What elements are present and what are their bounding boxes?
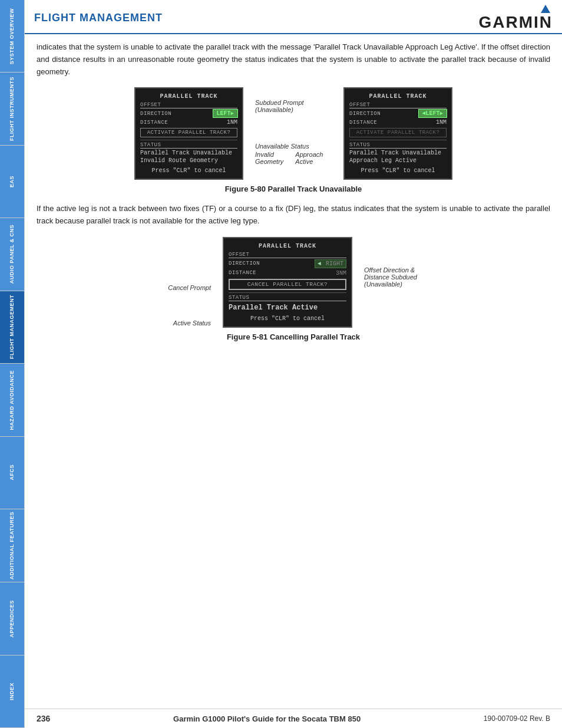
annotation-active-status: Active Status — [173, 319, 211, 327]
figure-80-row: PARALLEL TRACK OFFSET DIRECTION LEFT ► D… — [37, 87, 550, 180]
cancel-prompt-box: CANCEL PARALLEL TRACK? — [229, 279, 346, 290]
sidebar: SYSTEM OVERVIEW FLIGHT INSTRUMENTS EAS A… — [0, 0, 25, 728]
annotation-unavailable-status: Unavailable Status Invalid Geometry Appr… — [255, 143, 323, 165]
footer-document-title: Garmin G1000 Pilot's Guide for the Socat… — [173, 714, 361, 723]
sidebar-item-additional-features[interactable]: ADDITIONAL FEATURES — [0, 509, 24, 582]
status-81-line1: Parallel Track Active — [229, 304, 346, 312]
offset-label-left: OFFSET — [140, 102, 237, 108]
sidebar-item-appendices[interactable]: APPENDICES — [0, 582, 24, 655]
intro-paragraph: indicates that the system is unable to a… — [37, 41, 550, 78]
footer-page-number: 236 — [37, 714, 50, 723]
direction-81-row: DIRECTION ◄ RIGHT — [229, 259, 346, 268]
figure-81-right-annotations: Offset Direction & Distance Subdued (Una… — [364, 237, 435, 288]
direction-value-left: LEFT ► — [213, 110, 237, 117]
garmin-wordmark: GARMIN — [478, 14, 553, 31]
status-label-right: STATUS — [349, 142, 447, 149]
figure-80-caption: Figure 5-80 Parallel Track Unavailable — [37, 185, 550, 193]
distance-row-left: DISTANCE 1NM — [140, 119, 237, 126]
page-header: FLIGHT MANAGEMENT GARMIN — [25, 0, 562, 34]
direction-row-right: DIRECTION ◄ LEFT ► — [349, 110, 447, 117]
offset-81-label: OFFSET — [229, 252, 346, 258]
direction-arrow-left: ► — [231, 111, 234, 117]
footer-doc-number: 190-00709-02 Rev. B — [484, 714, 550, 723]
page-title: FLIGHT MANAGEMENT — [34, 12, 163, 24]
main-content: FLIGHT MANAGEMENT GARMIN indicates that … — [25, 0, 562, 728]
status-line1-right: Parallel Track Unavailable — [349, 150, 447, 156]
cancel-text-right: Press "CLR" to cancel — [349, 167, 447, 174]
figure-81-caption: Figure 5-81 Cancelling Parallel Track — [37, 332, 550, 341]
figure-80-left-screen: PARALLEL TRACK OFFSET DIRECTION LEFT ► D… — [134, 87, 243, 180]
garmin-triangle-icon — [541, 5, 550, 13]
divider-left — [140, 140, 237, 140]
activate-prompt-right: ACTIVATE PARALLEL TRACK? — [349, 128, 447, 137]
direction-value-right: ◄ LEFT ► — [419, 110, 447, 117]
divider-81 — [229, 292, 346, 293]
annotation-offset-direction: Offset Direction & Distance Subdued (Una… — [364, 266, 417, 288]
sidebar-item-eas[interactable]: EAS — [0, 146, 24, 218]
cancel-81-text: Press "CLR" to cancel — [229, 315, 346, 322]
status-line2-right: Approach Leg Active — [349, 157, 447, 164]
sidebar-item-system-overview[interactable]: SYSTEM OVERVIEW — [0, 0, 24, 73]
page-content: indicates that the system is unable to a… — [25, 34, 562, 709]
sidebar-item-audio-panel[interactable]: AUDIO PANEL & CNS — [0, 218, 24, 291]
annotation-subdued-prompt: Subdued Prompt (Unavailable) — [255, 99, 304, 113]
annotation-cancel-prompt: Cancel Prompt — [168, 284, 211, 291]
status-label-left: STATUS — [140, 142, 237, 149]
status-81-label: STATUS — [229, 295, 346, 301]
body-paragraph: If the active leg is not a track between… — [37, 203, 550, 228]
figure-81-container: Cancel Prompt Active Status PARALLEL TRA… — [37, 237, 550, 328]
sidebar-item-hazard-avoidance[interactable]: HAZARD AVOIDANCE — [0, 364, 24, 436]
annotation-invalid-geometry: Invalid Geometry — [255, 151, 283, 165]
divider-right — [349, 140, 447, 140]
figure-80-right-screen: PARALLEL TRACK OFFSET DIRECTION ◄ LEFT ►… — [343, 87, 452, 180]
distance-81-row: DISTANCE 3NM — [229, 270, 346, 276]
cancel-text-left: Press "CLR" to cancel — [140, 167, 237, 174]
status-line1-left: Parallel Track Unavailable — [140, 150, 237, 156]
figure-81-left-annotations: Cancel Prompt Active Status — [152, 237, 211, 327]
sidebar-item-index[interactable]: INDEX — [0, 655, 24, 728]
sidebar-item-flight-instruments[interactable]: FLIGHT INSTRUMENTS — [0, 73, 24, 145]
screen-81-title: PARALLEL TRACK — [229, 243, 346, 249]
direction-row-left: DIRECTION LEFT ► — [140, 110, 237, 117]
garmin-logo: GARMIN — [478, 5, 553, 31]
distance-row-right: DISTANCE 1NM — [349, 119, 447, 126]
figure-81-screen: PARALLEL TRACK OFFSET DIRECTION ◄ RIGHT … — [223, 237, 352, 328]
screen-title-right: PARALLEL TRACK — [349, 93, 447, 100]
annotation-approach-active: Approach Active — [295, 151, 323, 165]
screen-title-left: PARALLEL TRACK — [140, 93, 237, 100]
sidebar-item-flight-management[interactable]: FLIGHT MANAGEMENT — [0, 291, 24, 364]
activate-prompt-left: ACTIVATE PARALLEL TRACK? — [140, 128, 237, 137]
direction-81-value: ◄ RIGHT — [315, 259, 346, 268]
offset-label-right: OFFSET — [349, 102, 447, 108]
status-line2-left: Invalid Route Geometry — [140, 157, 237, 164]
sidebar-item-afcs[interactable]: AFCS — [0, 437, 24, 509]
page-footer: 236 Garmin G1000 Pilot's Guide for the S… — [25, 709, 562, 728]
direction-arrow-right: ► — [440, 111, 443, 117]
